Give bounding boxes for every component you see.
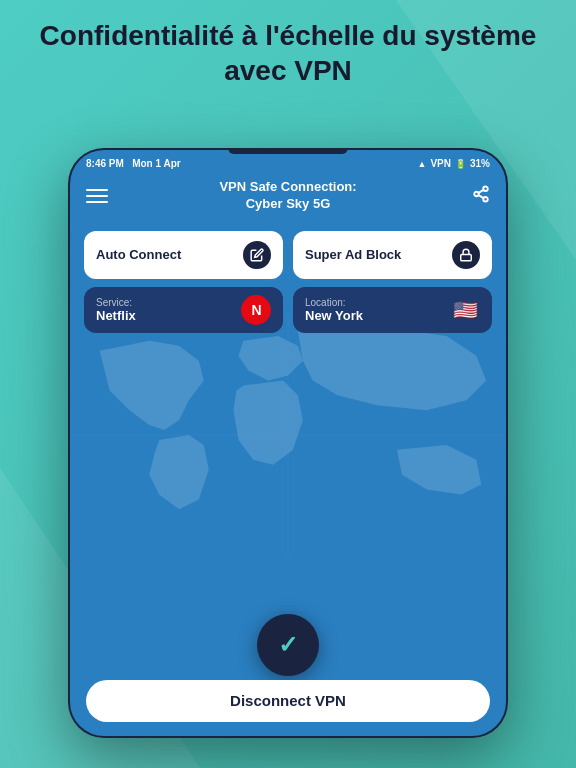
- checkmark-icon: ✓: [278, 631, 298, 659]
- menu-line-2: [86, 195, 108, 197]
- svg-rect-7: [461, 254, 472, 260]
- netflix-icon: N: [241, 295, 271, 325]
- feature-row: Auto Connect Super Ad Block: [84, 231, 492, 279]
- service-label: Service:: [96, 297, 136, 308]
- menu-button[interactable]: [86, 189, 108, 203]
- auto-connect-label: Auto Connect: [96, 247, 181, 262]
- status-indicators: ▲ VPN 🔋 31%: [418, 158, 491, 169]
- svg-line-4: [478, 190, 483, 193]
- phone-screen: 8:46 PM Mon 1 Apr ▲ VPN 🔋 31% VPN Safe C…: [70, 150, 506, 736]
- nav-bar: VPN Safe Connection: Cyber Sky 5G: [70, 173, 506, 221]
- vpn-label: VPN: [430, 158, 451, 169]
- service-info: Service: Netflix: [96, 297, 136, 323]
- battery-level: 31%: [470, 158, 490, 169]
- auto-connect-button[interactable]: Auto Connect: [84, 231, 283, 279]
- status-time-date: 8:46 PM Mon 1 Apr: [86, 158, 181, 169]
- world-map: [70, 310, 506, 560]
- phone-frame: 8:46 PM Mon 1 Apr ▲ VPN 🔋 31% VPN Safe C…: [68, 148, 508, 738]
- battery-icon: 🔋: [455, 159, 466, 169]
- page-header: Confidentialité à l'échelle du système a…: [0, 18, 576, 88]
- flag-icon: 🇺🇸: [450, 295, 480, 325]
- disconnect-vpn-button[interactable]: Disconnect VPN: [86, 680, 490, 722]
- map-svg: [70, 310, 506, 560]
- disconnect-vpn-label: Disconnect VPN: [230, 692, 346, 709]
- status-time: 8:46 PM: [86, 158, 124, 169]
- location-button[interactable]: Location: New York 🇺🇸: [293, 287, 492, 333]
- service-row: Service: Netflix N Location: New York 🇺🇸: [84, 287, 492, 333]
- menu-line-3: [86, 201, 108, 203]
- nav-title-line2: Cyber Sky 5G: [219, 196, 356, 213]
- menu-line-1: [86, 189, 108, 191]
- nav-title: VPN Safe Connection: Cyber Sky 5G: [219, 179, 356, 213]
- super-ad-block-label: Super Ad Block: [305, 247, 401, 262]
- connect-circle-button[interactable]: ✓: [257, 614, 319, 676]
- super-ad-block-button[interactable]: Super Ad Block: [293, 231, 492, 279]
- phone-notch: [228, 148, 348, 154]
- location-label: Location:: [305, 297, 363, 308]
- nav-title-line1: VPN Safe Connection:: [219, 179, 356, 196]
- auto-connect-icon: [243, 241, 271, 269]
- svg-line-3: [478, 195, 483, 198]
- service-button[interactable]: Service: Netflix N: [84, 287, 283, 333]
- wifi-icon: ▲: [418, 159, 427, 169]
- location-info: Location: New York: [305, 297, 363, 323]
- location-value: New York: [305, 308, 363, 323]
- content-area: Auto Connect Super Ad Block: [70, 221, 506, 333]
- super-ad-block-icon: [452, 241, 480, 269]
- status-date: Mon 1 Apr: [132, 158, 181, 169]
- service-value: Netflix: [96, 308, 136, 323]
- connect-button-area: ✓: [257, 614, 319, 676]
- share-button[interactable]: [472, 185, 490, 207]
- page-title: Confidentialité à l'échelle du système a…: [30, 18, 546, 88]
